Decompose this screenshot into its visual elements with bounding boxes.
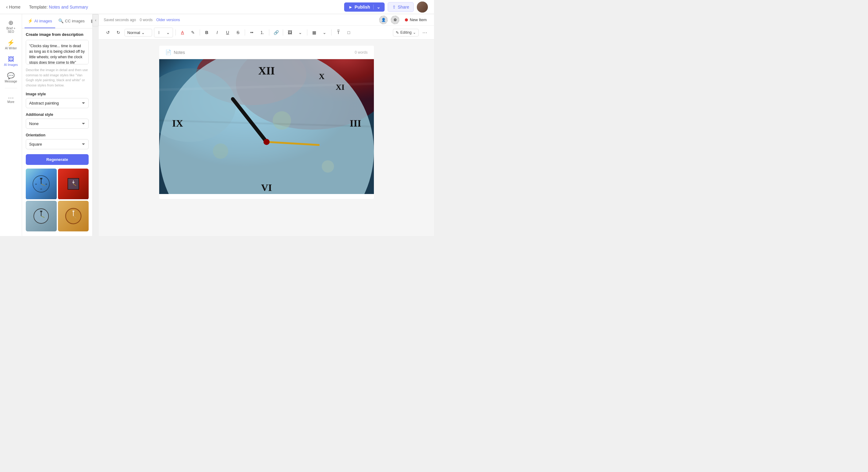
toolbar-sep-1 (176, 29, 176, 36)
ai-writer-icon: ⚡ (7, 39, 15, 46)
svg-text:VI: VI (261, 182, 272, 193)
share-button[interactable]: ⇧ Share (388, 2, 414, 12)
svg-text:III: III (46, 183, 47, 185)
toolbar-sep-7 (331, 29, 332, 36)
ai-images-icon: 🖼 (8, 56, 14, 62)
new-item-label: New Item (410, 18, 427, 22)
orientation-group: Orientation Square Landscape Portrait (26, 133, 89, 149)
image-button[interactable]: 🖼 (285, 28, 294, 37)
ai-images-label: AI Images (4, 63, 18, 67)
strikethrough-button[interactable]: S (234, 28, 242, 37)
sidebar-item-more[interactable]: … More (2, 91, 20, 106)
tab-cc-images[interactable]: 🔍 CC images (55, 14, 88, 28)
table-button[interactable]: ▦ (310, 28, 318, 37)
saved-text: Saved seconds ago (104, 18, 136, 22)
tab-ai-images[interactable]: ⚡ AI images (25, 14, 55, 28)
share-icon: ⇧ (392, 5, 396, 9)
unordered-list-button[interactable]: •• (248, 28, 256, 37)
document-main-image: XII III VI IX XI X (159, 59, 374, 194)
top-bar: ‹ Home Template: Notes and Summary ► Pub… (0, 0, 434, 14)
description-textarea[interactable]: "Clocks slay time... time is dead as lon… (26, 40, 89, 64)
top-bar-right: ► Publish ⌄ ⇧ Share (344, 2, 428, 12)
image-style-select[interactable]: Abstract painting Photorealistic Van Gog… (26, 98, 89, 108)
description-hint: Describe the image in detail and then us… (26, 67, 89, 88)
back-icon: ‹ (6, 4, 8, 10)
svg-text:VI: VI (40, 188, 42, 190)
panel: ⚡ AI images 🔍 CC images ▦ GIFs Create im… (22, 14, 93, 236)
style-dropdown[interactable]: Normal ⌄ (125, 29, 152, 36)
style-label: Normal (127, 30, 140, 35)
ai-images-tab-icon: ⚡ (28, 19, 33, 23)
svg-text:X: X (319, 72, 324, 81)
image-thumb-4[interactable]: XII (58, 201, 89, 232)
additional-style-label: Additional style (26, 112, 89, 117)
main-clock-painting: XII III VI IX XI X (159, 59, 374, 194)
regenerate-button[interactable]: Regenerate (26, 154, 89, 165)
additional-style-select[interactable]: None Black and white Vintage Neon (26, 119, 89, 129)
new-item-button[interactable]: New Item (402, 16, 429, 23)
notes-header: 📄 Notes 0 words (159, 46, 374, 59)
thumb-1-clock-svg: XII III IX VI (32, 175, 50, 193)
text-color-button[interactable]: A (178, 28, 187, 37)
editing-label: Editing (400, 30, 412, 35)
cc-images-tab-label: CC images (65, 19, 85, 23)
publish-button[interactable]: ► Publish ⌄ (344, 2, 384, 12)
edit-pencil-icon: ✎ (396, 30, 399, 35)
more-icon: … (8, 93, 14, 99)
clear-format-button[interactable]: ⁠T̅ (334, 28, 343, 37)
panel-collapse-button[interactable]: ‹ (93, 14, 99, 26)
sidebar-item-ai-images[interactable]: 🖼 AI Images (2, 54, 20, 69)
bold-button[interactable]: B (203, 28, 211, 37)
publish-dropdown-icon: ⌄ (377, 5, 380, 9)
thumb-3-clock-svg: XII (32, 207, 50, 225)
more-label: More (7, 100, 14, 104)
template-link[interactable]: Notes and Summary (49, 5, 88, 9)
align-left-button[interactable]: ⁞ (155, 28, 163, 37)
italic-button[interactable]: I (213, 28, 221, 37)
image-thumb-1[interactable]: XII III IX VI (26, 169, 57, 200)
create-section-title: Create image from description (26, 32, 89, 37)
table-dropdown-button[interactable]: ⌄ (320, 28, 329, 37)
template-label: Template: Notes and Summary (29, 5, 88, 9)
publish-icon: ► (348, 5, 353, 9)
image-thumb-2[interactable]: XII (58, 169, 89, 200)
avatar[interactable] (417, 2, 428, 12)
tab-gifs[interactable]: ▦ GIFs (88, 14, 93, 28)
toolbar-sep-6 (307, 29, 307, 36)
redo-button[interactable]: ↻ (114, 28, 123, 37)
link-button[interactable]: 🔗 (272, 28, 280, 37)
panel-content: Create image from description "Clocks sl… (22, 29, 92, 236)
align-group: ⁞ ⌄ (154, 28, 173, 37)
sidebar-item-message[interactable]: 💬 Message (2, 70, 20, 86)
underline-button[interactable]: U (223, 28, 232, 37)
highlight-button[interactable]: ✎ (189, 28, 197, 37)
brief-seo-label: Brief + SEO (3, 27, 19, 33)
comment-button[interactable]: □ (344, 28, 353, 37)
editing-dropdown-icon: ⌄ (413, 30, 416, 35)
message-label: Message (5, 80, 17, 83)
svg-text:XII: XII (258, 65, 275, 77)
panel-tabs: ⚡ AI images 🔍 CC images ▦ GIFs (22, 14, 92, 29)
chevron-left-icon: ‹ (95, 18, 96, 22)
sidebar-item-brief-seo[interactable]: ⊕ Brief + SEO (2, 17, 20, 36)
older-versions-link[interactable]: Older versions (156, 18, 180, 22)
image-thumb-3[interactable]: XII (26, 201, 57, 232)
orientation-select[interactable]: Square Landscape Portrait (26, 139, 89, 149)
back-button[interactable]: ‹ Home (6, 4, 21, 10)
words-text: 0 words (140, 18, 152, 22)
ai-images-tab-label: AI images (34, 19, 52, 23)
svg-text:IX: IX (172, 118, 183, 129)
sidebar-item-ai-writer[interactable]: ⚡ AI Writer (2, 37, 20, 53)
editing-button[interactable]: ✎ Editing ⌄ (393, 29, 418, 36)
thumb-2-clock-svg: XII (64, 175, 83, 193)
align-dropdown-button[interactable]: ⌄ (164, 28, 173, 37)
thumb-4-clock-svg: XII (64, 207, 83, 225)
avatar-image (417, 2, 428, 12)
more-options-button[interactable]: ⋯ (421, 28, 429, 37)
undo-button[interactable]: ↺ (104, 28, 112, 37)
image-style-group: Image style Abstract painting Photoreali… (26, 92, 89, 108)
image-dropdown-button[interactable]: ⌄ (296, 28, 305, 37)
editor-meta-bar: Saved seconds ago 0 words Older versions… (99, 14, 434, 26)
brief-seo-icon: ⊕ (8, 20, 13, 26)
ordered-list-button[interactable]: 1. (258, 28, 267, 37)
